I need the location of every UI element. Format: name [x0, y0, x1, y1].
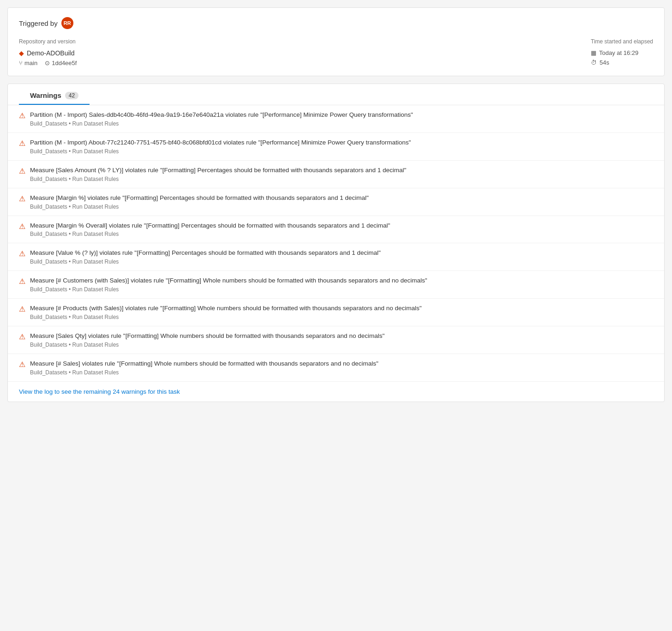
- warning-sub: Build_Datasets • Run Dataset Rules: [30, 120, 413, 127]
- clock-icon: ⏱: [591, 59, 597, 66]
- warning-sub: Build_Datasets • Run Dataset Rules: [30, 286, 427, 293]
- warning-icon: ⚠: [19, 332, 25, 341]
- warning-text: Measure [Margin %] violates rule "[Forma…: [30, 194, 369, 203]
- warning-text: Measure [# Sales] violates rule "[Format…: [30, 360, 378, 368]
- warning-item: ⚠ Partition (M - Import) About-77c21240-…: [8, 133, 664, 161]
- warning-item: ⚠ Measure [# Customers (with Sales)] vio…: [8, 271, 664, 299]
- repo-name: Demo-ADOBuild: [27, 49, 74, 57]
- warning-item: ⚠ Measure [Value % (? ly)] violates rule…: [8, 243, 664, 271]
- branch-commit-row: ⑂ main ⊙ 1dd4ee5f: [19, 60, 77, 66]
- warnings-badge: 42: [65, 92, 78, 99]
- warning-icon: ⚠: [19, 360, 25, 369]
- warning-text: Partition (M - Import) About-77c21240-77…: [30, 138, 411, 147]
- warning-icon: ⚠: [19, 194, 25, 203]
- warning-text: Measure [Sales Qty] violates rule "[Form…: [30, 332, 384, 341]
- warning-icon: ⚠: [19, 305, 25, 313]
- warning-text: Measure [# Products (with Sales)] violat…: [30, 304, 422, 313]
- warning-sub: Build_Datasets • Run Dataset Rules: [30, 314, 422, 320]
- warning-content: Measure [# Sales] violates rule "[Format…: [30, 360, 378, 376]
- time-started: Today at 16:29: [599, 49, 638, 56]
- warnings-header: Warnings 42: [19, 84, 90, 105]
- repo-name-row: ◆ Demo-ADOBuild: [19, 49, 77, 57]
- warning-content: Measure [Sales Amount (% ? LY)] violates…: [30, 166, 406, 182]
- warning-content: Partition (M - Import) Sales-ddb4c40b-46…: [30, 111, 413, 127]
- warning-item: ⚠ Measure [Margin %] violates rule "[For…: [8, 188, 664, 216]
- warning-content: Measure [# Customers (with Sales)] viola…: [30, 276, 427, 293]
- warning-item: ⚠ Partition (M - Import) Sales-ddb4c40b-…: [8, 105, 664, 133]
- warning-item: ⚠ Measure [Margin % Overall] violates ru…: [8, 216, 664, 244]
- warning-item: ⚠ Measure [# Products (with Sales)] viol…: [8, 299, 664, 326]
- warning-icon: ⚠: [19, 277, 25, 286]
- commit-icon: ⊙: [45, 60, 50, 66]
- warning-content: Measure [Sales Qty] violates rule "[Form…: [30, 332, 384, 348]
- meta-row: Repository and version ◆ Demo-ADOBuild ⑂…: [19, 38, 653, 66]
- calendar-icon: ▦: [591, 49, 596, 56]
- repo-label: Repository and version: [19, 38, 77, 45]
- warning-text: Measure [Margin % Overall] violates rule…: [30, 222, 390, 230]
- triggered-by-row: Triggered by RR: [19, 17, 653, 29]
- warning-text: Measure [Value % (? ly)] violates rule "…: [30, 249, 381, 258]
- repo-section: Repository and version ◆ Demo-ADOBuild ⑂…: [19, 38, 77, 66]
- warning-item: ⚠ Measure [Sales Qty] violates rule "[Fo…: [8, 326, 664, 354]
- repo-icon: ◆: [19, 49, 24, 57]
- warning-text: Measure [Sales Amount (% ? LY)] violates…: [30, 166, 406, 175]
- warning-sub: Build_Datasets • Run Dataset Rules: [30, 369, 378, 376]
- triggered-label: Triggered by: [19, 19, 58, 27]
- warning-sub: Build_Datasets • Run Dataset Rules: [30, 148, 411, 155]
- warning-icon: ⚠: [19, 111, 25, 120]
- elapsed-time: 54s: [600, 59, 609, 66]
- warning-icon: ⚠: [19, 167, 25, 175]
- warning-icon: ⚠: [19, 139, 25, 148]
- warning-icon: ⚠: [19, 222, 25, 231]
- view-log-link[interactable]: View the log to see the remaining 24 war…: [8, 381, 664, 402]
- commit-item: ⊙ 1dd4ee5f: [45, 60, 77, 66]
- warning-text: Measure [# Customers (with Sales)] viola…: [30, 276, 427, 285]
- time-label: Time started and elapsed: [591, 38, 653, 45]
- branch-icon: ⑂: [19, 60, 23, 66]
- warning-list: ⚠ Partition (M - Import) Sales-ddb4c40b-…: [8, 105, 664, 381]
- commit-hash: 1dd4ee5f: [52, 60, 77, 66]
- warning-content: Measure [# Products (with Sales)] violat…: [30, 304, 422, 320]
- warning-content: Partition (M - Import) About-77c21240-77…: [30, 138, 411, 155]
- warning-content: Measure [Margin % Overall] violates rule…: [30, 222, 390, 238]
- top-card: Triggered by RR Repository and version ◆…: [7, 7, 665, 76]
- warnings-title: Warnings: [30, 91, 61, 99]
- warning-text: Partition (M - Import) Sales-ddb4c40b-46…: [30, 111, 413, 120]
- warnings-header-wrapper: Warnings 42: [8, 84, 664, 105]
- warning-content: Measure [Margin %] violates rule "[Forma…: [30, 194, 369, 210]
- warning-sub: Build_Datasets • Run Dataset Rules: [30, 204, 369, 210]
- warning-item: ⚠ Measure [Sales Amount (% ? LY)] violat…: [8, 161, 664, 188]
- warning-icon: ⚠: [19, 249, 25, 258]
- warnings-card: Warnings 42 ⚠ Partition (M - Import) Sal…: [7, 84, 665, 402]
- warning-sub: Build_Datasets • Run Dataset Rules: [30, 231, 390, 237]
- warning-content: Measure [Value % (? ly)] violates rule "…: [30, 249, 381, 265]
- time-section: Time started and elapsed ▦ Today at 16:2…: [591, 38, 653, 66]
- warning-sub: Build_Datasets • Run Dataset Rules: [30, 176, 406, 182]
- branch-item: ⑂ main: [19, 60, 37, 66]
- branch-name: main: [24, 60, 37, 66]
- time-started-row: ▦ Today at 16:29: [591, 49, 653, 56]
- elapsed-row: ⏱ 54s: [591, 59, 653, 66]
- warning-sub: Build_Datasets • Run Dataset Rules: [30, 258, 381, 265]
- warning-sub: Build_Datasets • Run Dataset Rules: [30, 342, 384, 348]
- warning-item: ⚠ Measure [# Sales] violates rule "[Form…: [8, 354, 664, 381]
- avatar: RR: [61, 17, 73, 29]
